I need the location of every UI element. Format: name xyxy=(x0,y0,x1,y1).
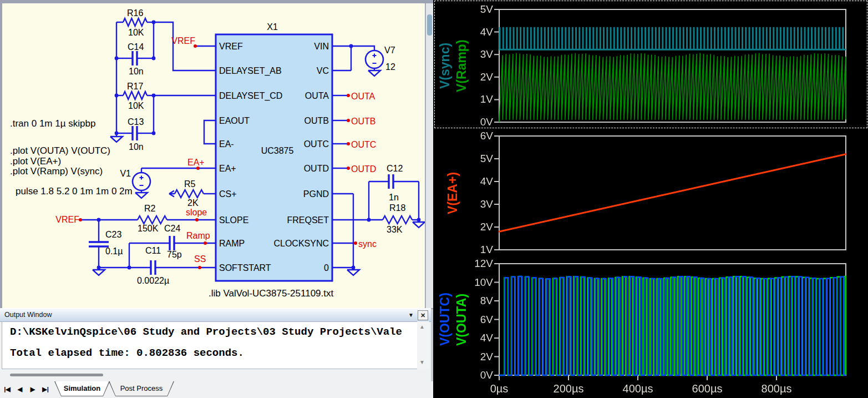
resistor-symbol[interactable] xyxy=(138,216,167,224)
series-axis-label[interactable]: V(sync) xyxy=(436,9,453,122)
schematic-text[interactable]: .plot V(OUTA) V(OUTC) xyxy=(10,145,110,156)
schematic-text[interactable]: 75p xyxy=(167,250,182,259)
schematic-text[interactable]: C14 xyxy=(128,42,144,52)
resistor-symbol[interactable] xyxy=(123,92,147,99)
scrollbar-thumb[interactable] xyxy=(10,374,103,376)
waveform-canvas-top[interactable] xyxy=(433,0,868,128)
ground-symbol[interactable] xyxy=(135,190,148,198)
schematic-text[interactable]: .lib ValVol-UC3875-251109.txt xyxy=(209,288,334,299)
schematic-text[interactable]: 10n xyxy=(129,142,144,152)
net-label-vref[interactable]: VREF xyxy=(55,215,79,224)
plot-pane-outputs[interactable]: 0V2V4V6V8V10V12V0µs200µs400µs600µs800µsV… xyxy=(433,254,868,398)
schematic-svg[interactable]: VREFVINDELAYSET_ABVCDELAYSET_CDOUTAEAOUT… xyxy=(2,3,425,308)
ground-symbol[interactable] xyxy=(110,134,123,142)
dropdown-icon[interactable]: ▼ xyxy=(408,312,414,318)
net-label-outb[interactable]: OUTB xyxy=(351,117,375,126)
schematic-text[interactable]: .tran 0 1m 1µ skipbp xyxy=(10,118,95,129)
schematic-text[interactable]: V7 xyxy=(384,46,395,55)
schematic-text[interactable]: R18 xyxy=(389,203,405,213)
net-label-dot xyxy=(347,94,350,97)
schematic-text[interactable]: 1n xyxy=(389,193,399,202)
ground-symbol[interactable] xyxy=(368,68,380,76)
net-label-ea-plus[interactable]: EA+ xyxy=(187,158,205,167)
schematic-text[interactable]: 10K xyxy=(128,101,144,110)
net-label-outd[interactable]: OUTD xyxy=(351,164,376,174)
last-page-icon[interactable]: ▶| xyxy=(40,384,51,395)
scrollbar-thumb[interactable] xyxy=(427,14,432,36)
prev-page-icon[interactable]: ◀ xyxy=(14,384,26,395)
wire[interactable] xyxy=(332,46,374,51)
first-page-icon[interactable]: |◀ xyxy=(2,384,13,395)
wire[interactable] xyxy=(204,120,216,144)
schematic-text[interactable]: 10K xyxy=(128,28,144,37)
next-page-icon[interactable]: ▶ xyxy=(27,384,38,395)
schematic-text[interactable]: C24 xyxy=(164,224,180,233)
series-axis-label[interactable]: V(OUTA) xyxy=(453,264,470,375)
schematic-text[interactable]: UC3875 xyxy=(261,146,294,155)
net-label-outa[interactable]: OUTA xyxy=(351,92,375,101)
plot-pane-ea[interactable]: 1V2V3V4V5V6VV(EA+) xyxy=(433,128,868,254)
series-axis-label[interactable]: V(OUTC) xyxy=(436,264,453,375)
resistor-symbol[interactable] xyxy=(123,18,147,26)
resistor-symbol[interactable] xyxy=(175,190,204,198)
plot-pane-sync-ramp[interactable]: 0V1V2V3V4V5VV(sync)V(Ramp) xyxy=(433,0,868,128)
resistor-symbol[interactable] xyxy=(383,216,412,224)
schematic-text[interactable]: .plot V(Ramp) V(sync) xyxy=(10,166,103,177)
tab-post-process[interactable]: Post Process xyxy=(109,381,174,396)
wire[interactable] xyxy=(169,191,175,197)
series-axis-label[interactable]: V(EA+) xyxy=(444,136,461,250)
close-icon[interactable]: ✕ xyxy=(418,310,428,320)
y-tick-label: 5V xyxy=(433,153,493,165)
net-label-slope[interactable]: slope xyxy=(186,208,207,217)
console-output[interactable]: D:\KSKelvinQspice\06 Study and Projects\… xyxy=(2,321,418,369)
output-window-titlebar[interactable]: Output Window ▼ ✕ xyxy=(0,308,431,322)
schematic-text[interactable]: 0.0022µ xyxy=(137,276,169,285)
console-line: Total elapsed time: 0.802836 seconds. xyxy=(10,347,244,359)
schematic-text[interactable]: R2 xyxy=(144,204,156,213)
schematic-text[interactable]: R16 xyxy=(127,8,143,18)
net-label-vref[interactable]: VREF xyxy=(171,36,195,46)
schematic-canvas[interactable]: VREFVINDELAYSET_ABVCDELAYSET_CDOUTAEAOUT… xyxy=(2,3,425,308)
schematic-text[interactable]: 0.1µ xyxy=(105,246,123,256)
wire[interactable] xyxy=(140,176,144,180)
schematic-text[interactable]: 12 xyxy=(385,62,395,72)
waveform-canvas-middle[interactable] xyxy=(433,128,868,254)
voltage-source-symbol[interactable] xyxy=(133,173,150,190)
schematic-text[interactable]: .plot V(EA+) xyxy=(10,156,61,167)
net-label-dot xyxy=(204,241,207,245)
scroll-down-icon[interactable]: ▼ xyxy=(419,359,425,365)
wire[interactable] xyxy=(373,54,377,58)
console-vertical-scrollbar[interactable]: ▲ ▼ xyxy=(417,321,429,369)
waveform-canvas-bottom[interactable] xyxy=(433,254,868,398)
tab-simulation[interactable]: Simulation xyxy=(54,381,110,396)
net-label-outc[interactable]: OUTC xyxy=(351,140,376,149)
schematic-text[interactable]: C13 xyxy=(128,117,144,127)
schematic-text[interactable]: 2K xyxy=(187,198,199,208)
schematic-text[interactable]: C23 xyxy=(105,230,121,239)
ic-pin-label: VREF xyxy=(219,42,243,51)
scroll-up-icon[interactable]: ▲ xyxy=(419,324,425,330)
net-label-sync[interactable]: sync xyxy=(358,239,377,249)
schematic-text[interactable]: R17 xyxy=(127,82,143,91)
schematic-text[interactable]: C11 xyxy=(145,246,161,255)
schematic-text[interactable]: pulse 1.8 5.2 0 1m 1m 0 2m xyxy=(16,186,133,197)
schematic-text[interactable]: C12 xyxy=(387,164,403,173)
net-label-ss[interactable]: SS xyxy=(194,254,206,264)
console-horizontal-scrollbar[interactable] xyxy=(2,371,417,379)
schematic-text[interactable]: 10n xyxy=(129,67,144,76)
schematic-vertical-scrollbar[interactable] xyxy=(425,3,433,308)
schematic-text[interactable]: V1 xyxy=(120,169,131,178)
junction-dot xyxy=(115,57,119,61)
schematic-text[interactable]: 150K xyxy=(138,224,159,233)
net-label-ramp[interactable]: Ramp xyxy=(186,231,210,240)
ic-pin-label: RAMP xyxy=(219,239,245,248)
voltage-source-symbol[interactable] xyxy=(366,51,383,68)
ic-pin-label: VC xyxy=(317,66,329,75)
qspice-window: VREFVINDELAYSET_ABVCDELAYSET_CDOUTAEAOUT… xyxy=(0,0,868,398)
schematic-text[interactable]: R5 xyxy=(184,179,196,189)
schematic-text[interactable]: X1 xyxy=(267,22,278,32)
series-axis-label[interactable]: V(Ramp) xyxy=(453,9,470,122)
bottom-tab-bar: |◀ ◀ ▶ ▶| Simulation Post Process xyxy=(0,381,433,398)
schematic-text[interactable]: 33K xyxy=(387,225,403,234)
junction-dot xyxy=(115,132,119,135)
